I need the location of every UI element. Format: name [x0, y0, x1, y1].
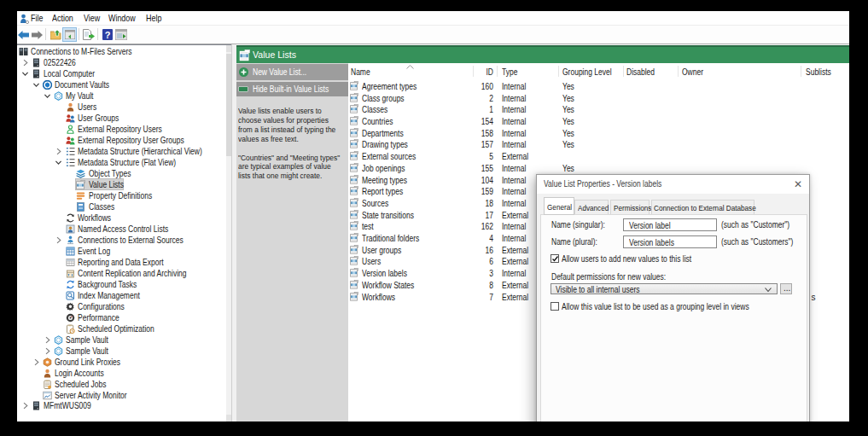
svg-text:?: ? — [105, 30, 111, 40]
